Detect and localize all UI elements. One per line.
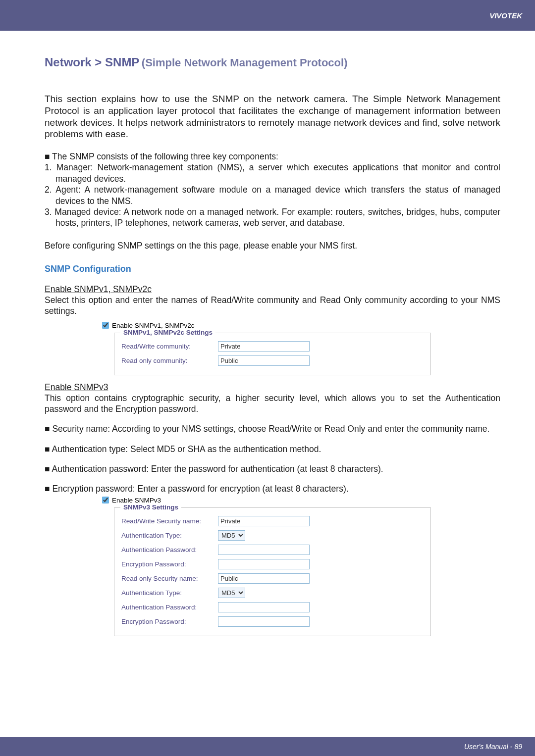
v3-ro-sec-row: Read only Security name: [121, 573, 424, 584]
v3-auth-type-select-2[interactable]: MD5 [218, 588, 245, 598]
v3-auth-pwd-row-1: Authentication Password: [121, 545, 424, 555]
v3-enc-pwd-label-1: Encryption Password: [121, 560, 218, 568]
v3-bullet-security: ■ Security name: According to your NMS s… [45, 423, 500, 434]
v2c-heading: Enable SNMPv1, SNMPv2c [45, 284, 500, 295]
v3-checkbox-row: Enable SNMPv3 [102, 497, 431, 504]
v3-rw-sec-label: Read/Write Security name: [121, 517, 218, 525]
v2c-rw-label: Read/Write community: [121, 343, 218, 350]
v2c-enable-checkbox[interactable] [102, 322, 109, 329]
components-lead: ■ The SNMP consists of the following thr… [45, 151, 500, 162]
component-item-3: 3. Managed device: A network node on a m… [45, 206, 500, 229]
v3-fieldset: SNMPv3 Settings Read/Write Security name… [114, 507, 431, 636]
v2c-checkbox-row: Enable SNMPv1, SNMPv2c [102, 322, 431, 329]
v3-enc-pwd-input-1[interactable] [218, 559, 310, 569]
footer-text: User's Manual - 89 [464, 743, 522, 751]
v2c-ro-label: Read only community: [121, 357, 218, 364]
header-bar: VIVOTEK [0, 0, 535, 31]
v3-bullet-enc-pwd: ■ Encryption password: Enter a password … [45, 483, 500, 494]
before-config-note: Before configuring SNMP settings on the … [45, 241, 500, 251]
v3-auth-type-row-1: Authentication Type: MD5 [121, 530, 424, 541]
v2c-screenshot: Enable SNMPv1, SNMPv2c SNMPv1, SNMPv2c S… [114, 322, 431, 375]
v3-bullet-auth-type: ■ Authentication type: Select MD5 or SHA… [45, 444, 500, 454]
v2c-checkbox-label: Enable SNMPv1, SNMPv2c [112, 322, 195, 329]
v3-checkbox-label: Enable SNMPv3 [112, 497, 161, 504]
v3-rw-sec-input[interactable] [218, 516, 310, 526]
v3-auth-type-row-2: Authentication Type: MD5 [121, 588, 424, 598]
v3-enc-pwd-input-2[interactable] [218, 616, 310, 627]
footer-bar: User's Manual - 89 [0, 737, 535, 756]
v3-auth-type-label-2: Authentication Type: [121, 589, 218, 597]
v3-ro-sec-input[interactable] [218, 573, 310, 584]
v3-bullet-auth-pwd: ■ Authentication password: Enter the pas… [45, 463, 500, 474]
v3-enc-pwd-label-2: Encryption Password: [121, 618, 218, 625]
v3-section: Enable SNMPv3 This option contains crypt… [45, 382, 500, 495]
v2c-description: Select this option and enter the names o… [45, 295, 500, 317]
v2c-ro-row: Read only community: [121, 355, 424, 366]
component-item-1: 1. Manager: Network-management station (… [45, 162, 500, 184]
intro-paragraph: This section explains how to use the SNM… [45, 93, 500, 140]
v3-auth-type-label-1: Authentication Type: [121, 532, 218, 539]
v3-ro-sec-label: Read only Security name: [121, 575, 218, 582]
v3-auth-type-select-1[interactable]: MD5 [218, 530, 245, 541]
v3-enc-pwd-row-1: Encryption Password: [121, 559, 424, 569]
v2c-fieldset: SNMPv1, SNMPv2c Settings Read/Write comm… [114, 333, 431, 375]
v3-enable-checkbox[interactable] [102, 497, 109, 504]
v3-auth-pwd-input-1[interactable] [218, 545, 310, 555]
brand-label: VIVOTEK [489, 11, 522, 20]
v3-enc-pwd-row-2: Encryption Password: [121, 616, 424, 627]
v3-legend: SNMPv3 Settings [120, 504, 181, 511]
v3-auth-pwd-label-2: Authentication Password: [121, 604, 218, 611]
v3-screenshot: Enable SNMPv3 SNMPv3 Settings Read/Write… [114, 497, 431, 636]
page-title: Network > SNMP (Simple Network Managemen… [45, 55, 500, 69]
v3-heading: Enable SNMPv3 [45, 382, 500, 393]
v2c-ro-input[interactable] [218, 355, 310, 366]
v3-auth-pwd-label-1: Authentication Password: [121, 546, 218, 554]
page-content: Network > SNMP (Simple Network Managemen… [0, 31, 535, 636]
title-main: Network > SNMP [45, 55, 139, 69]
snmp-config-heading: SNMP Configuration [45, 264, 500, 274]
v2c-legend: SNMPv1, SNMPv2c Settings [120, 329, 215, 336]
title-sub: (Simple Network Management Protocol) [142, 56, 348, 69]
v3-rw-sec-row: Read/Write Security name: [121, 516, 424, 526]
v3-auth-pwd-row-2: Authentication Password: [121, 602, 424, 612]
component-item-2: 2. Agent: A network-management software … [45, 184, 500, 206]
v3-auth-pwd-input-2[interactable] [218, 602, 310, 612]
components-section: ■ The SNMP consists of the following thr… [45, 151, 500, 229]
v2c-rw-row: Read/Write community: [121, 341, 424, 352]
v2c-rw-input[interactable] [218, 341, 310, 352]
v3-description: This option contains cryptographic secur… [45, 393, 500, 415]
